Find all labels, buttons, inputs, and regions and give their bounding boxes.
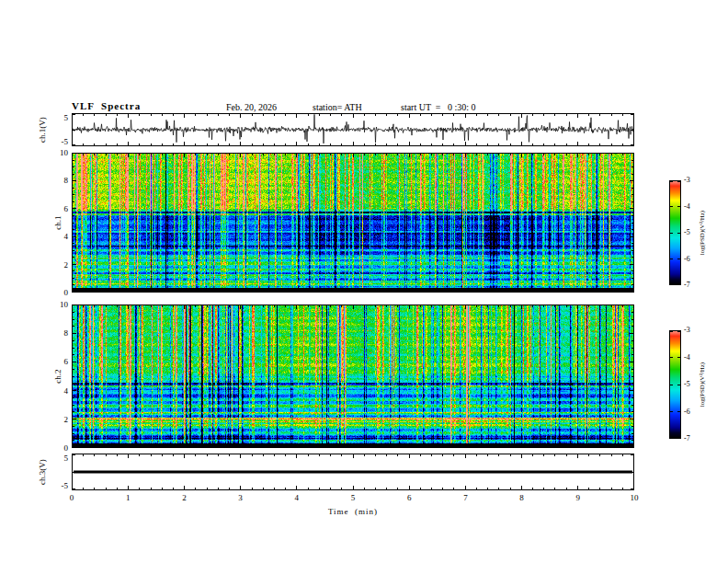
ch2-colorbar	[669, 330, 681, 442]
y-tick-label: 0	[46, 443, 68, 453]
ch2-frequency-axis-label: ch.2 Frequency (kHz)	[33, 298, 53, 454]
colorbar-tick-label: -7	[684, 434, 702, 443]
y-tick-label: 6	[46, 204, 68, 213]
y-tick-label: 4	[46, 386, 68, 396]
ch1-colorbar-canvas	[669, 180, 681, 285]
colorbar-tick-label: -6	[684, 408, 702, 417]
ch1-axis-channel-label: ch.1	[53, 144, 63, 301]
ch1-spectrogram-canvas	[72, 153, 634, 293]
x-tick-label: 7	[456, 493, 474, 502]
plot-title: VLF Spectra	[72, 100, 141, 111]
colorbar-tick-label: -5	[684, 228, 702, 237]
ch2-spectrogram-canvas	[72, 304, 634, 448]
station-label: station= ATH	[313, 102, 362, 112]
y-tick-label: 6	[46, 357, 68, 366]
x-tick-label: 10	[625, 493, 643, 502]
ch1-frequency-axis-label: ch.1 Frequency (kHz)	[33, 144, 53, 301]
x-tick-label: 6	[400, 493, 418, 502]
colorbar-tick-label: -3	[684, 176, 702, 185]
y-tick-label: 2	[46, 260, 68, 270]
y-tick-label: 5	[46, 113, 68, 122]
colorbar-tick-label: -5	[684, 380, 702, 389]
colorbar-tick-label: -4	[684, 353, 702, 362]
ch1-colorbar	[669, 180, 681, 289]
y-tick-label: 10	[46, 300, 68, 309]
ch1-waveform-panel	[72, 113, 634, 146]
x-axis-title: Time (min)	[72, 507, 634, 516]
x-tick-label: 1	[119, 493, 137, 502]
y-tick-label: -5	[46, 481, 68, 490]
colorbar-tick-label: -4	[684, 202, 702, 212]
y-tick-label: 10	[46, 148, 68, 157]
ch2-spectrogram-panel	[72, 304, 634, 448]
y-tick-label: 8	[46, 176, 68, 185]
ch3-voltage-axis-label: ch.3(V)	[37, 444, 48, 500]
start-ut-label: start UT = 0 :30: 0	[401, 102, 476, 112]
y-tick-label: 2	[46, 415, 68, 424]
x-tick-label: 9	[569, 493, 587, 502]
y-tick-label: 5	[46, 454, 68, 463]
colorbar-tick-label: -6	[684, 255, 702, 264]
ch3-waveform-canvas	[72, 454, 634, 490]
colorbar-tick-label: -7	[684, 281, 702, 290]
ch2-axis-channel-label: ch.2	[53, 298, 63, 454]
x-tick-label: 0	[63, 493, 81, 502]
x-tick-label: 2	[175, 493, 193, 502]
y-tick-label: 4	[46, 232, 68, 241]
ch3-waveform-panel	[72, 454, 634, 490]
plot-date: Feb. 20, 2026	[226, 102, 277, 112]
y-tick-label: -5	[46, 137, 68, 146]
x-tick-label: 8	[513, 493, 531, 502]
y-tick-label: 0	[46, 288, 68, 297]
y-tick-label: 8	[46, 328, 68, 338]
x-tick-label: 3	[232, 493, 250, 502]
ch1-spectrogram-panel	[72, 153, 634, 293]
ch2-colorbar-canvas	[669, 330, 681, 439]
colorbar-tick-label: -3	[684, 326, 702, 335]
x-tick-label: 5	[344, 493, 362, 502]
ch1-waveform-canvas	[72, 113, 634, 146]
x-tick-label: 4	[288, 493, 306, 502]
vlf-spectra-plot: VLF Spectra Feb. 20, 2026 station= ATH s…	[0, 0, 728, 563]
